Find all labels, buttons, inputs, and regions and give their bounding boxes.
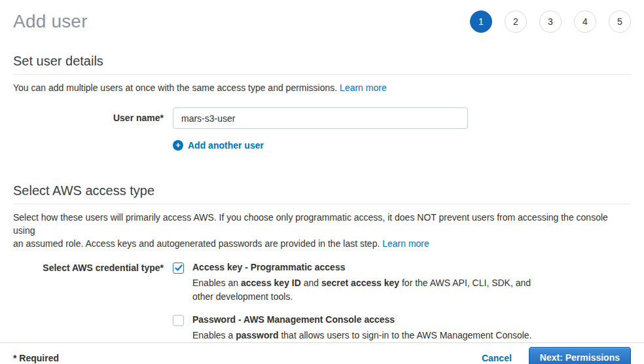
user-details-description-text: You can add multiple users at once with …: [13, 82, 337, 93]
select-access-type-heading: Select AWS access type: [13, 183, 631, 198]
credential-type-row-password: Password - AWS Management Console access…: [13, 314, 631, 342]
cancel-button[interactable]: Cancel: [482, 353, 512, 363]
password-option-title: Password - AWS Management Console access: [192, 314, 532, 325]
set-user-details-section: Set user details You can add multiple us…: [13, 54, 631, 151]
access-key-option-title: Access key - Programmatic access: [192, 262, 531, 272]
section-divider: [13, 204, 631, 204]
credential-type-label: Select AWS credential type*: [13, 262, 164, 273]
access-type-description: Select how these users will primarily ac…: [13, 211, 631, 250]
username-row: User name*: [13, 107, 631, 129]
add-user-page: Add user 1 2 3 4 5 Set user details You …: [0, 0, 644, 342]
add-another-user-row: Add another user: [13, 139, 631, 151]
select-access-type-section: Select AWS access type Select how these …: [13, 183, 631, 342]
add-another-user-label: Add another user: [188, 140, 264, 151]
step-5-indicator: 5: [609, 10, 631, 33]
learn-more-link-access-type[interactable]: Learn more: [382, 238, 429, 249]
checkmark-icon: [175, 264, 183, 272]
password-option-description: Enables a password that allows users to …: [192, 329, 532, 342]
page-header: Add user 1 2 3 4 5: [13, 0, 631, 33]
access-type-description-line2: an assumed role. Access keys and autogen…: [13, 238, 380, 249]
credential-type-row-access-key: Select AWS credential type* Access key -…: [13, 262, 631, 304]
username-label: User name*: [13, 107, 164, 123]
add-another-user-button[interactable]: Add another user: [173, 140, 264, 151]
learn-more-link-user-details[interactable]: Learn more: [340, 82, 387, 93]
set-user-details-heading: Set user details: [13, 54, 631, 69]
section-divider: [13, 74, 631, 75]
access-key-checkbox[interactable]: [173, 263, 184, 274]
page-title: Add user: [13, 11, 88, 32]
step-1-indicator: 1: [470, 10, 492, 33]
access-type-description-line1: Select how these users will primarily ac…: [13, 212, 608, 236]
username-input[interactable]: [173, 107, 468, 129]
wizard-footer: * Required Cancel Next: Permissions: [0, 342, 644, 364]
access-key-option-description: Enables an access key ID and secret acce…: [192, 276, 531, 304]
step-2-indicator: 2: [505, 10, 527, 33]
required-note: * Required: [13, 353, 59, 363]
wizard-step-indicator: 1 2 3 4 5: [470, 10, 631, 33]
password-option: Password - AWS Management Console access…: [173, 314, 532, 342]
next-permissions-button[interactable]: Next: Permissions: [529, 347, 631, 364]
step-4-indicator: 4: [574, 10, 596, 33]
step-3-indicator: 3: [539, 10, 562, 33]
user-details-description: You can add multiple users at once with …: [13, 81, 631, 94]
access-key-option: Access key - Programmatic access Enables…: [173, 262, 531, 304]
password-checkbox[interactable]: [173, 315, 184, 326]
plus-circle-icon: [173, 140, 183, 151]
